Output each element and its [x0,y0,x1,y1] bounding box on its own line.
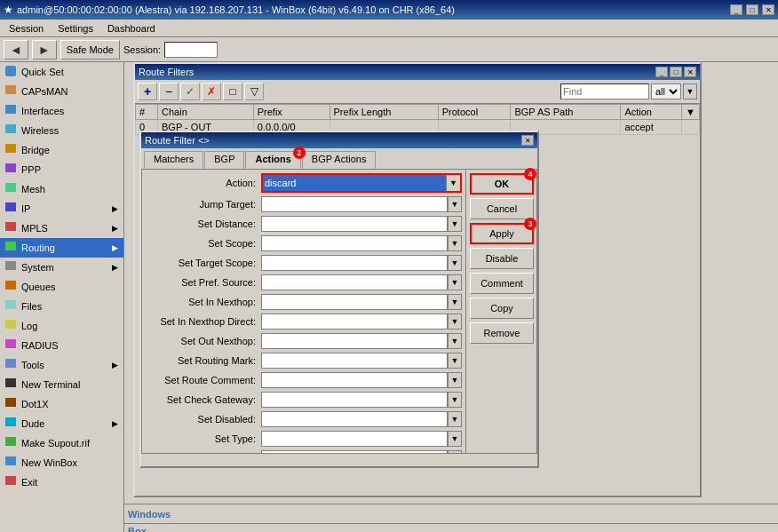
sidebar-item-ip[interactable]: IP ▶ [0,199,123,218]
main-layout: Quick Set CAPsMAN Interfaces Wireless Br… [0,62,778,532]
col-expand[interactable]: ▼ [682,105,700,120]
safe-mode-button[interactable]: Safe Mode [60,40,120,60]
form-row-set-scope: Set Scope: ▼ [146,235,462,251]
sidebar-item-system[interactable]: System ▶ [0,258,123,277]
set-target-scope-label: Set Target Scope: [146,258,261,268]
set-in-nexthop-input[interactable] [261,294,448,310]
search-option-select[interactable]: all [651,83,681,99]
tab-bgp[interactable]: BGP [204,151,244,169]
jump-target-input[interactable] [261,196,448,212]
sidebar-item-tools[interactable]: Tools ▶ [0,355,123,375]
route-filters-minimize[interactable]: _ [655,67,668,77]
minimize-button[interactable]: _ [730,4,742,15]
tab-actions[interactable]: Actions 2 [245,151,300,169]
set-out-nexthop-dropdown-btn[interactable]: ▼ [448,333,462,349]
set-distance-input[interactable] [261,216,448,232]
copy-rule-button[interactable]: □ [223,83,242,100]
set-in-nexthop-direct-dropdown-btn[interactable]: ▼ [448,314,462,330]
disable-button[interactable]: Disable [470,248,534,269]
capsman-icon [5,85,18,98]
sidebar-item-newterminal[interactable]: New Terminal [0,375,123,394]
set-pref-source-dropdown-btn[interactable]: ▼ [448,274,462,290]
set-target-scope-dropdown-btn[interactable]: ▼ [448,255,462,271]
sidebar-item-files[interactable]: Files [0,297,123,316]
menu-session[interactable]: Session [4,22,49,35]
col-bgpas: BGP AS Path [511,105,621,120]
sidebar-item-mesh[interactable]: Mesh [0,179,123,199]
filter-button[interactable]: ▽ [244,83,264,100]
set-type-input[interactable] [261,431,448,447]
system-icon [5,261,18,274]
copy-button[interactable]: Copy [470,298,534,319]
set-in-nexthop-dropdown-btn[interactable]: ▼ [448,294,462,310]
route-filters-maximize[interactable]: □ [670,67,682,77]
set-type-dropdown-btn[interactable]: ▼ [448,431,462,447]
action-dropdown-btn[interactable]: ▼ [446,175,460,191]
remove-rule-button[interactable]: − [159,83,179,100]
set-disabled-input[interactable] [261,411,448,427]
col-chain: Chain [158,105,254,120]
set-scope-dropdown-btn[interactable]: ▼ [448,235,462,251]
remove-button[interactable]: Remove [470,322,534,344]
add-rule-button[interactable]: + [138,83,157,100]
sidebar-item-quickset[interactable]: Quick Set [0,62,123,82]
sidebar-item-log[interactable]: Log [0,316,123,336]
sidebar-item-dude[interactable]: Dude ▶ [0,414,123,433]
dude-icon [5,417,18,430]
set-route-tag-dropdown-btn[interactable]: ▼ [448,450,462,453]
sidebar-item-wireless[interactable]: Wireless [0,121,123,140]
set-disabled-dropdown-btn[interactable]: ▼ [448,411,462,427]
cancel-rule-button[interactable]: ✗ [202,83,221,100]
apply-btn-container: Apply 3 [470,223,533,244]
tab-bgpactions[interactable]: BGP Actions [302,151,377,169]
search-dropdown-arrow[interactable]: ▼ [683,83,697,99]
maximize-button[interactable]: □ [746,4,758,15]
set-distance-dropdown-btn[interactable]: ▼ [448,216,462,232]
jump-target-dropdown-btn[interactable]: ▼ [448,196,462,212]
form-row-set-type: Set Type: ▼ [146,431,462,447]
menu-dashboard[interactable]: Dashboard [102,22,161,35]
close-button[interactable]: ✕ [762,4,774,15]
forward-button[interactable]: ► [32,40,57,60]
sidebar-item-routing[interactable]: Routing ▶ [0,238,123,258]
apply-rule-button[interactable]: ✓ [180,83,200,100]
sidebar-item-bridge[interactable]: Bridge [0,140,123,160]
sidebar-item-newwinbox[interactable]: New WinBox [0,453,123,472]
set-scope-input[interactable] [261,235,448,251]
sidebar-item-dot1x[interactable]: Dot1X [0,394,123,414]
sidebar-item-capsman[interactable]: CAPsMAN [0,82,123,101]
set-routing-mark-dropdown-btn[interactable]: ▼ [448,353,462,369]
set-route-comment-input[interactable] [261,372,448,388]
title-text: admin@50:00:00:02:00:00 (Alestra) via 19… [17,4,728,15]
tab-matchers[interactable]: Matchers [144,151,203,169]
terminal-icon [5,378,18,391]
sidebar-item-interfaces[interactable]: Interfaces [0,101,123,121]
cancel-button[interactable]: Cancel [470,198,534,219]
set-check-gateway-input[interactable] [261,392,448,408]
action-input[interactable] [263,175,446,191]
sidebar-item-makesupout[interactable]: Make Supout.rif [0,433,123,453]
ppp-icon [5,163,18,176]
set-route-comment-dropdown-btn[interactable]: ▼ [448,372,462,388]
sidebar-item-ppp[interactable]: PPP [0,160,123,179]
back-button[interactable]: ◄ [4,40,28,60]
sidebar-item-mpls[interactable]: MPLS ▶ [0,218,123,238]
set-route-tag-input[interactable] [261,450,448,453]
set-out-nexthop-input[interactable] [261,333,448,349]
route-filters-close[interactable]: ✕ [684,67,696,77]
cell-action: accept [621,120,682,135]
set-check-gateway-dropdown-btn[interactable]: ▼ [448,392,462,408]
menu-settings[interactable]: Settings [52,22,99,35]
sidebar-item-exit[interactable]: Exit [0,472,123,492]
session-input[interactable] [164,42,218,58]
sidebar-item-queues[interactable]: Queues [0,277,123,297]
set-in-nexthop-direct-input[interactable] [261,314,448,330]
sidebar-item-radius[interactable]: RADIUS [0,336,123,355]
set-check-gateway-container: ▼ [261,392,462,408]
comment-button[interactable]: Comment [470,273,534,294]
set-pref-source-input[interactable] [261,274,448,290]
route-filter-dialog-close[interactable]: ✕ [521,135,534,146]
search-input[interactable] [560,83,649,99]
set-target-scope-input[interactable] [261,255,448,271]
set-routing-mark-input[interactable] [261,353,448,369]
